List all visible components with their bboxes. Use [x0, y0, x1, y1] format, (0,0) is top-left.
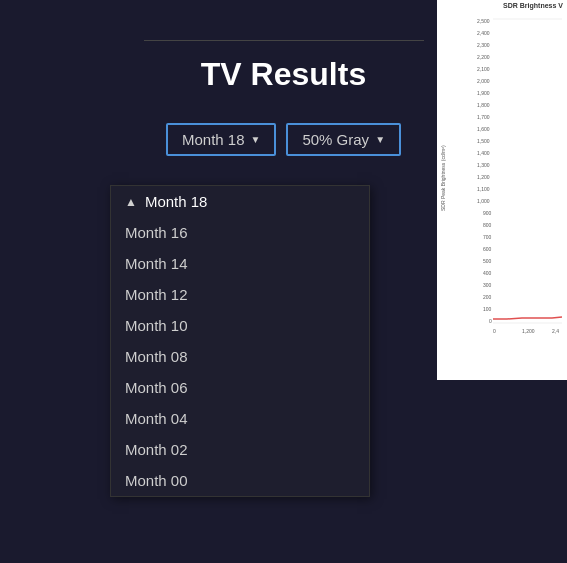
- svg-text:700: 700: [483, 234, 492, 240]
- dropdown-item-month02[interactable]: Month 02: [111, 434, 369, 465]
- svg-text:2,200: 2,200: [477, 54, 490, 60]
- month-dropdown-chevron-icon: ▼: [251, 134, 261, 145]
- dropdown-item-month04[interactable]: Month 04: [111, 403, 369, 434]
- dropdown-item-label: Month 00: [125, 472, 188, 489]
- svg-text:2,000: 2,000: [477, 78, 490, 84]
- svg-text:2,300: 2,300: [477, 42, 490, 48]
- dropdown-item-month16[interactable]: Month 16: [111, 217, 369, 248]
- svg-text:1,500: 1,500: [477, 138, 490, 144]
- svg-text:0: 0: [493, 328, 496, 334]
- svg-text:1,100: 1,100: [477, 186, 490, 192]
- dropdown-item-label: Month 14: [125, 255, 188, 272]
- month-dropdown-button[interactable]: Month 18 ▼: [166, 123, 276, 156]
- svg-text:800: 800: [483, 222, 492, 228]
- chart-area: SDR Brightness V 2,500 2,400 2,300 2,200…: [437, 0, 567, 380]
- divider: [144, 40, 424, 41]
- dropdown-item-month18[interactable]: ▲ Month 18: [111, 186, 369, 217]
- svg-text:1,800: 1,800: [477, 102, 490, 108]
- dropdown-item-month14[interactable]: Month 14: [111, 248, 369, 279]
- chart-title: SDR Brightness V: [437, 0, 567, 11]
- svg-text:2,100: 2,100: [477, 66, 490, 72]
- svg-text:600: 600: [483, 246, 492, 252]
- dropdown-item-month06[interactable]: Month 06: [111, 372, 369, 403]
- dropdown-item-label: Month 12: [125, 286, 188, 303]
- dropdown-item-label: Month 02: [125, 441, 188, 458]
- svg-text:1,300: 1,300: [477, 162, 490, 168]
- svg-text:300: 300: [483, 282, 492, 288]
- svg-text:500: 500: [483, 258, 492, 264]
- dropdown-item-month12[interactable]: Month 12: [111, 279, 369, 310]
- svg-text:1,000: 1,000: [477, 198, 490, 204]
- svg-text:1,200: 1,200: [477, 174, 490, 180]
- svg-text:1,900: 1,900: [477, 90, 490, 96]
- dropdown-item-label: Month 16: [125, 224, 188, 241]
- svg-text:200: 200: [483, 294, 492, 300]
- dropdown-item-month08[interactable]: Month 08: [111, 341, 369, 372]
- svg-text:0: 0: [489, 318, 492, 324]
- svg-text:1,700: 1,700: [477, 114, 490, 120]
- dropdown-item-month00[interactable]: Month 00: [111, 465, 369, 496]
- dropdown-item-label: Month 06: [125, 379, 188, 396]
- svg-text:2,500: 2,500: [477, 18, 490, 24]
- svg-text:SDR Peak Brightness (cd/m²): SDR Peak Brightness (cd/m²): [440, 145, 446, 211]
- dropdown-item-month10[interactable]: Month 10: [111, 310, 369, 341]
- svg-text:2,4: 2,4: [552, 328, 559, 334]
- dropdown-item-label: Month 10: [125, 317, 188, 334]
- month-dropdown-label: Month 18: [182, 131, 245, 148]
- dropdown-item-label: Month 04: [125, 410, 188, 427]
- gray-dropdown-chevron-icon: ▼: [375, 134, 385, 145]
- chart-svg: 2,500 2,400 2,300 2,200 2,100 2,000 1,90…: [437, 11, 567, 380]
- svg-text:1,400: 1,400: [477, 150, 490, 156]
- dropdown-item-label: Month 08: [125, 348, 188, 365]
- gray-dropdown-label: 50% Gray: [302, 131, 369, 148]
- dropdown-item-label: Month 18: [145, 193, 208, 210]
- gray-dropdown-button[interactable]: 50% Gray ▼: [286, 123, 401, 156]
- svg-text:1,600: 1,600: [477, 126, 490, 132]
- up-arrow-icon: ▲: [125, 195, 137, 209]
- svg-text:1,200: 1,200: [522, 328, 535, 334]
- svg-text:100: 100: [483, 306, 492, 312]
- svg-text:400: 400: [483, 270, 492, 276]
- svg-text:900: 900: [483, 210, 492, 216]
- month-dropdown-menu: ▲ Month 18 Month 16 Month 14 Month 12 Mo…: [110, 185, 370, 497]
- svg-text:2,400: 2,400: [477, 30, 490, 36]
